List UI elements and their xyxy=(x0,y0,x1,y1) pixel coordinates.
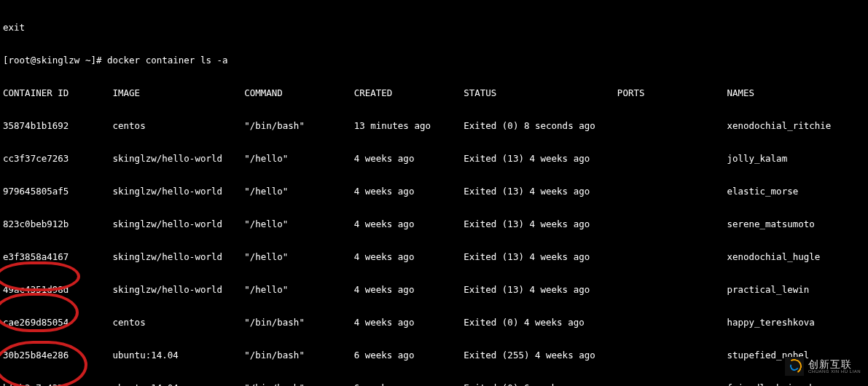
table-row: cc3f37ce7263 skinglzw/hello-world "/hell… xyxy=(3,153,865,164)
table-row: cae269d85054 centos "/bin/bash" 4 weeks … xyxy=(3,317,865,328)
watermark: 创新互联 CHUANG XIN HU LIAN xyxy=(785,357,861,376)
terminal-line: exit xyxy=(3,22,865,33)
table-row: 979645805af5 skinglzw/hello-world "/hell… xyxy=(3,186,865,197)
table-row: e3f3858a4167 skinglzw/hello-world "/hell… xyxy=(3,251,865,262)
table-row: 35874b1b1692 centos "/bin/bash" 13 minut… xyxy=(3,120,865,131)
table-row: 49ac4351d98d skinglzw/hello-world "/hell… xyxy=(3,284,865,295)
terminal[interactable]: exit [root@skinglzw ~]# docker container… xyxy=(0,0,868,386)
table-row: 30b25b84e286 ubuntu:14.04 "/bin/bash" 6 … xyxy=(3,350,865,361)
table-header: CONTAINER ID IMAGE COMMAND CREATED STATU… xyxy=(3,87,865,98)
prompt-line: [root@skinglzw ~]# docker container ls -… xyxy=(3,55,865,66)
table-row: 823c0beb912b skinglzw/hello-world "/hell… xyxy=(3,218,865,229)
watermark-logo-icon xyxy=(785,357,804,376)
watermark-text-en: CHUANG XIN HU LIAN xyxy=(808,369,861,374)
table-row: bf7b2c7a437e ubuntu:14.04 "/bin/bash" 6 … xyxy=(3,382,865,386)
watermark-text-cn: 创新互联 xyxy=(808,359,861,369)
